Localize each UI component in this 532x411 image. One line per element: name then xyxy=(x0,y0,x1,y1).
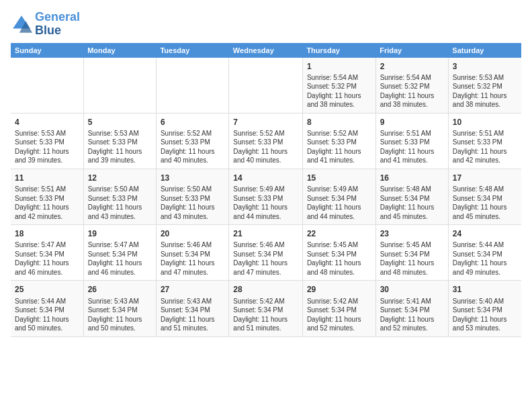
calendar-cell: 10Sunrise: 5:51 AM Sunset: 5:33 PM Dayli… xyxy=(448,113,521,169)
calendar-cell: 14Sunrise: 5:49 AM Sunset: 5:33 PM Dayli… xyxy=(229,169,303,224)
day-header-saturday: Saturday xyxy=(448,43,521,58)
calendar-cell xyxy=(156,58,228,113)
day-header-thursday: Thursday xyxy=(302,43,375,58)
cell-content: Sunrise: 5:51 AM Sunset: 5:33 PM Dayligh… xyxy=(453,129,517,165)
cell-content: Sunrise: 5:53 AM Sunset: 5:32 PM Dayligh… xyxy=(453,73,517,109)
day-number: 31 xyxy=(453,284,517,295)
day-number: 22 xyxy=(307,228,371,239)
cell-content: Sunrise: 5:44 AM Sunset: 5:34 PM Dayligh… xyxy=(453,240,517,277)
cell-content: Sunrise: 5:41 AM Sunset: 5:34 PM Dayligh… xyxy=(380,297,444,333)
calendar-cell: 1Sunrise: 5:54 AM Sunset: 5:32 PM Daylig… xyxy=(302,58,375,113)
cell-content: Sunrise: 5:49 AM Sunset: 5:33 PM Dayligh… xyxy=(233,185,298,221)
day-number: 25 xyxy=(15,284,79,295)
calendar-cell: 16Sunrise: 5:48 AM Sunset: 5:34 PM Dayli… xyxy=(375,169,448,224)
calendar-week-3: 11Sunrise: 5:51 AM Sunset: 5:33 PM Dayli… xyxy=(11,169,521,224)
day-number: 13 xyxy=(161,173,224,183)
calendar-cell: 2Sunrise: 5:54 AM Sunset: 5:32 PM Daylig… xyxy=(375,58,448,113)
day-number: 30 xyxy=(380,284,444,295)
day-number: 7 xyxy=(233,117,298,128)
cell-content: Sunrise: 5:53 AM Sunset: 5:33 PM Dayligh… xyxy=(15,129,79,165)
calendar-table: SundayMondayTuesdayWednesdayThursdayFrid… xyxy=(11,43,521,337)
cell-content: Sunrise: 5:49 AM Sunset: 5:34 PM Dayligh… xyxy=(307,185,371,221)
day-number: 2 xyxy=(380,61,444,72)
day-number: 15 xyxy=(307,173,371,183)
day-number: 12 xyxy=(88,173,152,183)
cell-content: Sunrise: 5:52 AM Sunset: 5:33 PM Dayligh… xyxy=(161,129,224,165)
cell-content: Sunrise: 5:48 AM Sunset: 5:34 PM Dayligh… xyxy=(453,185,517,221)
cell-content: Sunrise: 5:54 AM Sunset: 5:32 PM Dayligh… xyxy=(380,73,444,109)
calendar-cell: 27Sunrise: 5:43 AM Sunset: 5:34 PM Dayli… xyxy=(156,281,228,336)
day-number: 23 xyxy=(380,228,444,239)
cell-content: Sunrise: 5:52 AM Sunset: 5:33 PM Dayligh… xyxy=(307,129,371,165)
calendar-cell: 9Sunrise: 5:51 AM Sunset: 5:33 PM Daylig… xyxy=(375,113,448,169)
cell-content: Sunrise: 5:43 AM Sunset: 5:34 PM Dayligh… xyxy=(161,297,224,333)
cell-content: Sunrise: 5:52 AM Sunset: 5:33 PM Dayligh… xyxy=(233,129,298,165)
cell-content: Sunrise: 5:50 AM Sunset: 5:33 PM Dayligh… xyxy=(161,185,224,221)
cell-content: Sunrise: 5:42 AM Sunset: 5:34 PM Dayligh… xyxy=(233,297,298,333)
day-header-monday: Monday xyxy=(83,43,156,58)
day-header-friday: Friday xyxy=(375,43,448,58)
day-number: 17 xyxy=(453,173,517,183)
calendar-cell: 18Sunrise: 5:47 AM Sunset: 5:34 PM Dayli… xyxy=(11,225,83,281)
day-number: 11 xyxy=(15,173,79,183)
logo-icon xyxy=(11,13,32,35)
day-header-sunday: Sunday xyxy=(11,43,83,58)
calendar-cell: 4Sunrise: 5:53 AM Sunset: 5:33 PM Daylig… xyxy=(11,113,83,169)
day-number: 16 xyxy=(380,173,444,183)
calendar-cell: 17Sunrise: 5:48 AM Sunset: 5:34 PM Dayli… xyxy=(448,169,521,224)
day-number: 19 xyxy=(88,228,152,239)
calendar-cell: 13Sunrise: 5:50 AM Sunset: 5:33 PM Dayli… xyxy=(156,169,228,224)
calendar-cell xyxy=(11,58,83,113)
cell-content: Sunrise: 5:43 AM Sunset: 5:34 PM Dayligh… xyxy=(88,297,152,333)
calendar-cell: 30Sunrise: 5:41 AM Sunset: 5:34 PM Dayli… xyxy=(375,281,448,336)
calendar-cell: 15Sunrise: 5:49 AM Sunset: 5:34 PM Dayli… xyxy=(302,169,375,224)
calendar-cell: 29Sunrise: 5:42 AM Sunset: 5:34 PM Dayli… xyxy=(302,281,375,336)
day-number: 28 xyxy=(233,284,298,295)
calendar-cell: 5Sunrise: 5:53 AM Sunset: 5:33 PM Daylig… xyxy=(83,113,156,169)
calendar-cell xyxy=(229,58,303,113)
day-number: 8 xyxy=(307,117,371,128)
cell-content: Sunrise: 5:53 AM Sunset: 5:33 PM Dayligh… xyxy=(88,129,152,165)
calendar-cell: 20Sunrise: 5:46 AM Sunset: 5:34 PM Dayli… xyxy=(156,225,228,281)
day-number: 10 xyxy=(453,117,517,128)
calendar-week-1: 1Sunrise: 5:54 AM Sunset: 5:32 PM Daylig… xyxy=(11,58,521,113)
calendar-week-4: 18Sunrise: 5:47 AM Sunset: 5:34 PM Dayli… xyxy=(11,225,521,281)
day-number: 18 xyxy=(15,228,79,239)
calendar-cell: 11Sunrise: 5:51 AM Sunset: 5:33 PM Dayli… xyxy=(11,169,83,224)
calendar-cell: 19Sunrise: 5:47 AM Sunset: 5:34 PM Dayli… xyxy=(83,225,156,281)
day-number: 1 xyxy=(307,61,371,72)
cell-content: Sunrise: 5:42 AM Sunset: 5:34 PM Dayligh… xyxy=(307,297,371,333)
calendar-cell: 26Sunrise: 5:43 AM Sunset: 5:34 PM Dayli… xyxy=(83,281,156,336)
day-number: 20 xyxy=(161,228,224,239)
logo-text: General Blue xyxy=(35,11,80,38)
day-number: 21 xyxy=(233,228,298,239)
calendar-cell xyxy=(83,58,156,113)
cell-content: Sunrise: 5:45 AM Sunset: 5:34 PM Dayligh… xyxy=(380,240,444,277)
page-header: General Blue xyxy=(11,11,521,38)
cell-content: Sunrise: 5:47 AM Sunset: 5:34 PM Dayligh… xyxy=(15,240,79,277)
day-number: 24 xyxy=(453,228,517,239)
cell-content: Sunrise: 5:51 AM Sunset: 5:33 PM Dayligh… xyxy=(380,129,444,165)
day-number: 29 xyxy=(307,284,371,295)
day-header-tuesday: Tuesday xyxy=(156,43,228,58)
cell-content: Sunrise: 5:46 AM Sunset: 5:34 PM Dayligh… xyxy=(233,240,298,277)
calendar-cell: 23Sunrise: 5:45 AM Sunset: 5:34 PM Dayli… xyxy=(375,225,448,281)
cell-content: Sunrise: 5:45 AM Sunset: 5:34 PM Dayligh… xyxy=(307,240,371,277)
day-number: 3 xyxy=(453,61,517,72)
cell-content: Sunrise: 5:54 AM Sunset: 5:32 PM Dayligh… xyxy=(307,73,371,109)
calendar-cell: 7Sunrise: 5:52 AM Sunset: 5:33 PM Daylig… xyxy=(229,113,303,169)
calendar-cell: 8Sunrise: 5:52 AM Sunset: 5:33 PM Daylig… xyxy=(302,113,375,169)
calendar-cell: 24Sunrise: 5:44 AM Sunset: 5:34 PM Dayli… xyxy=(448,225,521,281)
day-number: 27 xyxy=(161,284,224,295)
calendar-cell: 12Sunrise: 5:50 AM Sunset: 5:33 PM Dayli… xyxy=(83,169,156,224)
day-header-wednesday: Wednesday xyxy=(229,43,303,58)
cell-content: Sunrise: 5:46 AM Sunset: 5:34 PM Dayligh… xyxy=(161,240,224,277)
calendar-cell: 6Sunrise: 5:52 AM Sunset: 5:33 PM Daylig… xyxy=(156,113,228,169)
cell-content: Sunrise: 5:40 AM Sunset: 5:34 PM Dayligh… xyxy=(453,297,517,333)
logo: General Blue xyxy=(11,11,80,38)
cell-content: Sunrise: 5:50 AM Sunset: 5:33 PM Dayligh… xyxy=(88,185,152,221)
calendar-cell: 21Sunrise: 5:46 AM Sunset: 5:34 PM Dayli… xyxy=(229,225,303,281)
cell-content: Sunrise: 5:44 AM Sunset: 5:34 PM Dayligh… xyxy=(15,297,79,333)
cell-content: Sunrise: 5:48 AM Sunset: 5:34 PM Dayligh… xyxy=(380,185,444,221)
cell-content: Sunrise: 5:47 AM Sunset: 5:34 PM Dayligh… xyxy=(88,240,152,277)
